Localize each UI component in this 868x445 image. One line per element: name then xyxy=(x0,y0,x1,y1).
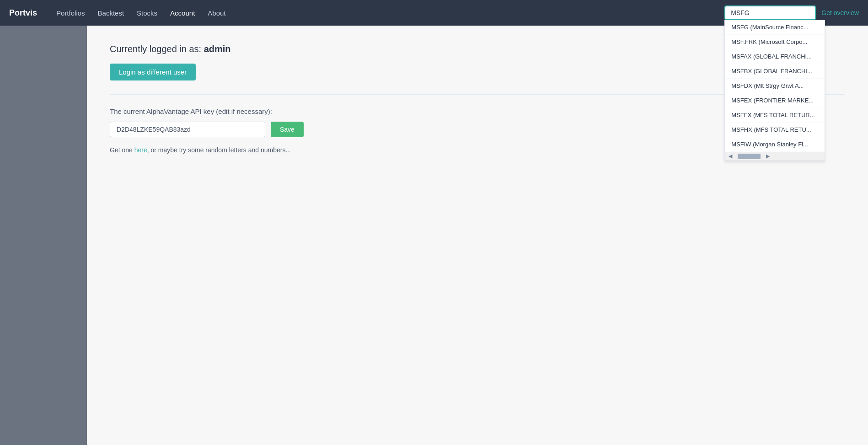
nav-stocks[interactable]: Stocks xyxy=(131,5,163,21)
navbar: Portvis Portfolios Backtest Stocks Accou… xyxy=(0,0,868,26)
dropdown-item-8[interactable]: MSFIW (Morgan Stanley Fi... xyxy=(725,137,825,152)
scroll-left-icon[interactable]: ◀ xyxy=(727,153,734,159)
dropdown-item-7[interactable]: MSFHX (MFS TOTAL RETU... xyxy=(725,123,825,137)
api-key-input[interactable] xyxy=(110,122,265,137)
nav-account[interactable]: Account xyxy=(165,5,200,21)
search-container: MSFG (MainSource Financ... MSF.FRK (Micr… xyxy=(724,5,816,20)
scroll-thumb-horizontal[interactable] xyxy=(738,154,761,159)
app-brand: Portvis xyxy=(9,8,37,18)
dropdown-item-2[interactable]: MSFAX (GLOBAL FRANCHI... xyxy=(725,49,825,64)
nav-portfolios[interactable]: Portfolios xyxy=(51,5,91,21)
dropdown-item-4[interactable]: MSFDX (Mlt Strgy Grwt A... xyxy=(725,79,825,93)
save-api-key-button[interactable]: Save xyxy=(271,122,304,137)
scroll-right-icon[interactable]: ▶ xyxy=(764,153,772,159)
get-overview-button[interactable]: Get overview xyxy=(821,9,859,16)
search-input[interactable] xyxy=(724,5,816,20)
api-hint-prefix: Get one xyxy=(110,146,134,154)
search-dropdown: MSFG (MainSource Financ... MSF.FRK (Micr… xyxy=(724,20,825,161)
api-hint-suffix: , or maybe try some random letters and n… xyxy=(147,146,291,154)
login-as-different-user-button[interactable]: Login as different user xyxy=(110,64,196,80)
navbar-right: MSFG (MainSource Financ... MSF.FRK (Micr… xyxy=(724,5,859,20)
sidebar xyxy=(0,26,87,445)
nav-about[interactable]: About xyxy=(202,5,231,21)
dropdown-scrollbar[interactable]: ◀ ▶ xyxy=(725,152,825,160)
dropdown-item-1[interactable]: MSF.FRK (Microsoft Corpo... xyxy=(725,35,825,49)
dropdown-item-6[interactable]: MSFFX (MFS TOTAL RETUR... xyxy=(725,108,825,123)
dropdown-item-5[interactable]: MSFEX (FRONTIER MARKE... xyxy=(725,93,825,108)
dropdown-scroll-area[interactable]: MSFG (MainSource Financ... MSF.FRK (Micr… xyxy=(725,20,825,152)
dropdown-item-3[interactable]: MSFBX (GLOBAL FRANCHI... xyxy=(725,64,825,79)
api-hint-link[interactable]: here xyxy=(134,146,147,154)
logged-in-prefix: Currently logged in as: xyxy=(110,44,201,54)
logged-in-user: admin xyxy=(204,44,231,54)
dropdown-item-0[interactable]: MSFG (MainSource Financ... xyxy=(725,20,825,35)
nav-backtest[interactable]: Backtest xyxy=(92,5,130,21)
